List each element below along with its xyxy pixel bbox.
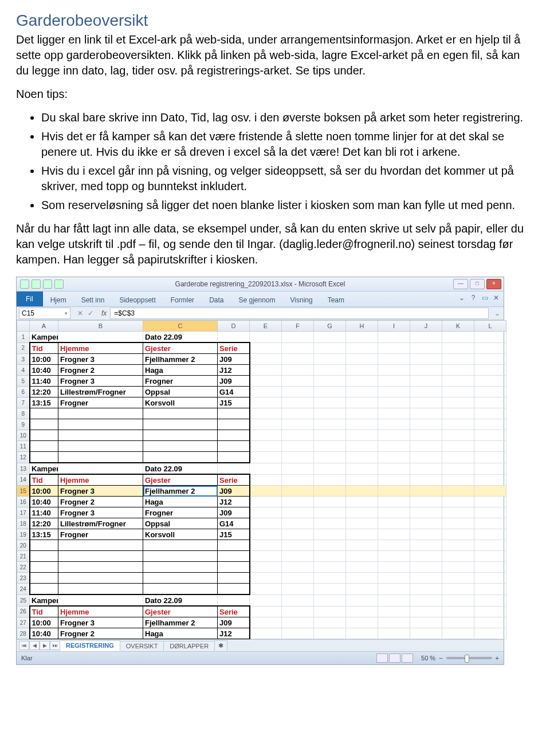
- cell[interactable]: [282, 551, 314, 562]
- maximize-button[interactable]: □: [470, 279, 485, 289]
- minimize-button[interactable]: —: [453, 279, 468, 289]
- cell[interactable]: [474, 529, 506, 540]
- cell[interactable]: Haga: [143, 497, 218, 507]
- worksheet-grid[interactable]: ABCDEFGHIJKL1Kamper i FrognerhallenDato …: [17, 320, 504, 639]
- cell[interactable]: [218, 419, 250, 430]
- cell[interactable]: [282, 332, 314, 343]
- cell[interactable]: [58, 551, 143, 562]
- cell[interactable]: [143, 551, 218, 562]
- cell[interactable]: [474, 628, 506, 639]
- cell[interactable]: [378, 594, 410, 606]
- column-header[interactable]: A: [30, 321, 58, 332]
- cell[interactable]: [410, 474, 442, 486]
- row-header[interactable]: 3: [17, 354, 30, 365]
- cell[interactable]: Frogner 3: [58, 354, 143, 365]
- column-header[interactable]: J: [410, 321, 442, 332]
- help-icon[interactable]: ?: [469, 294, 477, 302]
- cell[interactable]: [282, 354, 314, 365]
- cell[interactable]: [346, 628, 378, 639]
- cell[interactable]: [474, 486, 506, 497]
- row-header[interactable]: 26: [17, 606, 30, 617]
- cell[interactable]: G14: [218, 518, 250, 529]
- cell[interactable]: [314, 419, 346, 430]
- cell[interactable]: [378, 376, 410, 387]
- cell[interactable]: [314, 594, 346, 606]
- cell[interactable]: [314, 486, 346, 497]
- column-header[interactable]: G: [314, 321, 346, 332]
- cell[interactable]: [378, 497, 410, 507]
- cell[interactable]: Haga: [143, 365, 218, 376]
- cell[interactable]: 10:00: [30, 354, 58, 365]
- cell[interactable]: [378, 507, 410, 518]
- cell[interactable]: [250, 606, 282, 617]
- row-header[interactable]: 22: [17, 562, 30, 573]
- select-all-corner[interactable]: [17, 321, 30, 332]
- fx-icon[interactable]: fx: [98, 309, 110, 317]
- cell[interactable]: 10:40: [30, 628, 58, 639]
- first-sheet-icon[interactable]: ⏮: [19, 641, 29, 650]
- cell[interactable]: Frogner 2: [58, 365, 143, 376]
- cell[interactable]: Serie: [218, 606, 250, 617]
- cell[interactable]: [410, 529, 442, 540]
- column-header[interactable]: D: [218, 321, 250, 332]
- cell[interactable]: [346, 430, 378, 441]
- cell[interactable]: [378, 617, 410, 628]
- cell[interactable]: [218, 562, 250, 573]
- cell[interactable]: [410, 463, 442, 474]
- zoom-in-icon[interactable]: +: [496, 655, 499, 662]
- cell[interactable]: [474, 497, 506, 507]
- cell[interactable]: [410, 365, 442, 376]
- ribbon-tab-team[interactable]: Team: [320, 294, 352, 306]
- cell[interactable]: [58, 441, 143, 452]
- cell[interactable]: Oppsal: [143, 387, 218, 397]
- cell[interactable]: [346, 562, 378, 573]
- cell[interactable]: [410, 518, 442, 529]
- cell[interactable]: [474, 463, 506, 474]
- cell[interactable]: [282, 562, 314, 573]
- cell[interactable]: [378, 419, 410, 430]
- ribbon-tab-formler[interactable]: Formler: [163, 294, 202, 306]
- row-header[interactable]: 19: [17, 529, 30, 540]
- cell[interactable]: [282, 376, 314, 387]
- cell[interactable]: [282, 474, 314, 486]
- cell[interactable]: [282, 342, 314, 354]
- cell[interactable]: [378, 518, 410, 529]
- cell[interactable]: [474, 606, 506, 617]
- cell[interactable]: [442, 376, 474, 387]
- cell[interactable]: [410, 419, 442, 430]
- cell[interactable]: [442, 562, 474, 573]
- cell[interactable]: [314, 408, 346, 419]
- column-header[interactable]: I: [378, 321, 410, 332]
- cell[interactable]: [282, 617, 314, 628]
- enter-formula-icon[interactable]: ✓: [88, 309, 93, 317]
- row-header[interactable]: 27: [17, 617, 30, 628]
- cell[interactable]: [474, 408, 506, 419]
- cell[interactable]: [314, 584, 346, 595]
- next-sheet-icon[interactable]: ▶: [40, 641, 50, 650]
- cell[interactable]: J09: [218, 354, 250, 365]
- cell[interactable]: [410, 551, 442, 562]
- cell[interactable]: 10:40: [30, 497, 58, 507]
- cell[interactable]: [346, 441, 378, 452]
- cell[interactable]: [58, 594, 143, 606]
- cell[interactable]: [442, 354, 474, 365]
- cell[interactable]: Gjester: [143, 606, 218, 617]
- cell[interactable]: [474, 441, 506, 452]
- row-header[interactable]: 17: [17, 507, 30, 518]
- row-header[interactable]: 1: [17, 332, 30, 343]
- cell[interactable]: Fjellhammer 2: [143, 354, 218, 365]
- cell[interactable]: Serie: [218, 474, 250, 486]
- row-header[interactable]: 12: [17, 452, 30, 463]
- cell[interactable]: [410, 408, 442, 419]
- cell[interactable]: [314, 365, 346, 376]
- cell[interactable]: Serie: [218, 342, 250, 354]
- cell[interactable]: [282, 408, 314, 419]
- cell[interactable]: [410, 430, 442, 441]
- column-header[interactable]: L: [474, 321, 506, 332]
- cell[interactable]: [410, 387, 442, 397]
- cell[interactable]: [250, 441, 282, 452]
- cell[interactable]: [410, 452, 442, 463]
- cell[interactable]: Korsvoll: [143, 397, 218, 408]
- column-header[interactable]: B: [58, 321, 143, 332]
- cell[interactable]: [314, 387, 346, 397]
